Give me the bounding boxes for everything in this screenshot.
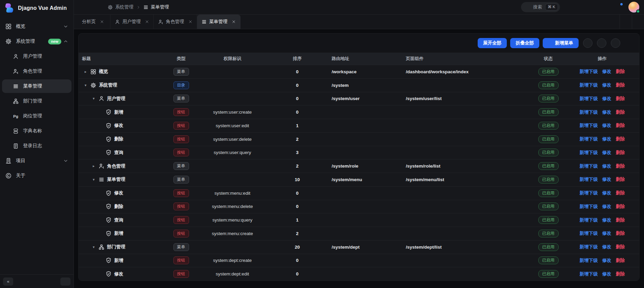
edit-link[interactable]: 修改 [602,176,611,183]
expand-all-button[interactable]: 展开全部 [478,38,507,48]
sidebar-item-dept-mgmt[interactable]: 部门管理 [2,94,71,108]
cell-order: 3 [266,150,328,155]
sidebar-item-user-mgmt[interactable]: 用户管理 [2,50,71,63]
delete-link[interactable]: 删除 [616,176,625,183]
add-child-link[interactable]: 新增下级 [580,244,598,250]
edit-link[interactable]: 修改 [602,163,611,169]
notifications-button[interactable] [614,2,624,13]
edit-link[interactable]: 修改 [602,150,611,156]
caret-down-icon[interactable]: ▾ [83,83,88,87]
tab-menu-mgmt[interactable]: 菜单管理 [197,15,241,29]
delete-link[interactable]: 删除 [616,271,625,277]
edit-link[interactable]: 修改 [602,244,611,250]
sidebar-item-overview[interactable]: 概览 [2,20,71,33]
collapse-all-button[interactable]: 折叠全部 [510,38,539,48]
sidebar-item-project[interactable]: 项目 [2,154,71,168]
user-avatar[interactable] [628,2,639,13]
delete-link[interactable]: 删除 [616,96,625,102]
edit-link[interactable]: 修改 [602,190,611,196]
edit-link[interactable]: 修改 [602,217,611,223]
language-button[interactable] [589,2,600,13]
sidebar-item-post-mgmt[interactable]: Pg岗位管理 [2,109,71,123]
edit-link[interactable]: 修改 [602,257,611,264]
table-fullscreen-button[interactable] [597,38,606,48]
content-maximize-button[interactable] [632,15,644,29]
delete-link[interactable]: 删除 [616,122,625,129]
edit-link[interactable]: 修改 [602,109,611,115]
add-child-link[interactable]: 新增下级 [580,82,598,88]
delete-link[interactable]: 删除 [616,109,625,115]
delete-link[interactable]: 删除 [616,204,625,210]
add-child-link[interactable]: 新增下级 [580,109,598,115]
edit-link[interactable]: 修改 [602,82,611,88]
sidebar-item-menu-mgmt[interactable]: 菜单管理 [2,79,71,93]
add-child-link[interactable]: 新增下级 [580,136,598,142]
edit-link[interactable]: 修改 [602,136,611,142]
caret-right-icon[interactable]: ▸ [91,164,96,168]
add-child-link[interactable]: 新增下级 [580,257,598,264]
refresh-page-button[interactable] [93,3,102,12]
pin-sidebar-button[interactable] [60,277,70,286]
edit-link[interactable]: 修改 [602,271,611,277]
add-child-link[interactable]: 新增下级 [580,150,598,156]
sidebar-item-dict-name[interactable]: 字典名称 [2,124,71,138]
tab-close-icon[interactable] [100,20,104,24]
add-child-link[interactable]: 新增下级 [580,122,598,129]
sidebar-toggle-button[interactable] [79,3,88,12]
add-menu-button[interactable]: 新增菜单 [543,38,579,48]
fullscreen-button[interactable] [601,2,612,13]
breadcrumb-item-system[interactable]: 系统管理 [108,4,133,10]
add-child-link[interactable]: 新增下级 [580,176,598,183]
sidebar-item-role-mgmt[interactable]: 角色管理 [2,64,71,78]
tab-role-mgmt[interactable]: 角色管理 [154,15,197,29]
delete-link[interactable]: 删除 [616,163,625,169]
delete-link[interactable]: 删除 [616,69,625,75]
delete-link[interactable]: 删除 [616,82,625,88]
search-shortcut-kbd: ⌘ K [545,4,558,11]
breadcrumb-item-menu-mgmt[interactable]: 菜单管理 [143,4,169,10]
add-child-link[interactable]: 新增下级 [580,69,598,75]
add-child-link[interactable]: 新增下级 [580,96,598,102]
collapse-sidebar-button[interactable]: « [3,277,13,286]
add-child-link[interactable]: 新增下级 [580,163,598,169]
add-child-link[interactable]: 新增下级 [580,204,598,210]
caret-right-icon[interactable]: ▸ [83,70,88,74]
cell-actions: 新增下级修改删除 [565,217,639,223]
caret-down-icon[interactable]: ▾ [91,97,96,100]
tab-list-dropdown-button[interactable] [620,15,632,29]
delete-link[interactable]: 删除 [616,136,625,142]
delete-link[interactable]: 删除 [616,230,625,236]
tab-close-icon[interactable] [188,20,192,24]
delete-link[interactable]: 删除 [616,150,625,156]
tab-analysis[interactable]: 分析页 [74,15,110,29]
caret-down-icon[interactable]: ▾ [91,245,96,249]
edit-link[interactable]: 修改 [602,96,611,102]
tab-user-mgmt[interactable]: 用户管理 [110,15,154,29]
delete-link[interactable]: 删除 [616,190,625,196]
tab-close-icon[interactable] [232,20,236,24]
add-child-link[interactable]: 新增下级 [580,230,598,236]
menu-title: 修改 [114,271,123,277]
chevron-down-icon [63,158,68,163]
refresh-table-button[interactable] [583,38,593,48]
edit-link[interactable]: 修改 [602,122,611,129]
delete-link[interactable]: 删除 [616,217,625,223]
column-settings-button[interactable] [611,38,620,48]
search-input[interactable]: 搜索 ⌘ K [521,2,560,12]
table-row: ▾系统管理目录0/system已启用新增下级修改删除 [79,78,639,92]
theme-toggle-button[interactable] [577,2,588,13]
edit-link[interactable]: 修改 [602,69,611,75]
edit-link[interactable]: 修改 [602,204,611,210]
caret-down-icon[interactable]: ▾ [91,178,96,181]
add-child-link[interactable]: 新增下级 [580,190,598,196]
add-child-link[interactable]: 新增下级 [580,217,598,223]
tab-close-icon[interactable] [145,20,149,24]
sidebar-item-system[interactable]: 系统管理new [2,35,71,48]
delete-link[interactable]: 删除 [616,244,625,250]
sidebar-item-about[interactable]: 关于 [2,169,71,183]
sidebar-item-login-log[interactable]: 登录日志 [2,139,71,153]
delete-link[interactable]: 删除 [616,257,625,264]
edit-link[interactable]: 修改 [602,230,611,236]
settings-button[interactable] [565,2,576,13]
add-child-link[interactable]: 新增下级 [580,271,598,277]
